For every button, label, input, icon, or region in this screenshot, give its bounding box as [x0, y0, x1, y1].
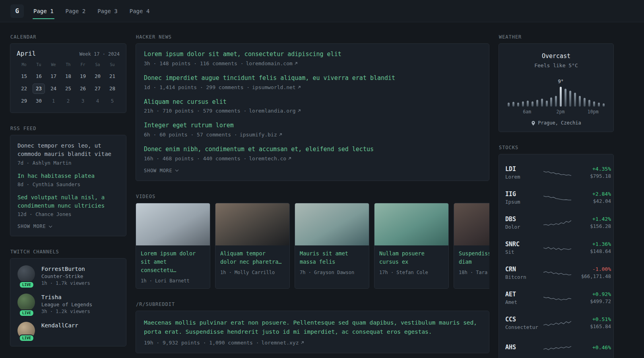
- hn-source-text: ipsumworld.net: [252, 84, 296, 90]
- hn-item: Donec imperdiet augue tincidunt felis al…: [144, 74, 481, 90]
- twitch-channel-row[interactable]: LIVE ForrestBurton Counter-Strike 1h · 1…: [17, 265, 119, 286]
- stock-values: +0.92% $499.72: [571, 291, 611, 304]
- hn-item-title[interactable]: Aliquam nec cursus elit: [144, 98, 481, 107]
- weather-bar: [541, 99, 543, 107]
- chevron-down-icon: [175, 168, 178, 171]
- stock-values: +0.51% $165.84: [571, 316, 611, 329]
- video-meta: 17h · Stefan Cole: [379, 270, 444, 275]
- right-column: WEATHER Overcast Feels like 5°C 9° 6am 2…: [499, 34, 614, 358]
- twitch-channel-info: ForrestBurton Counter-Strike 1h · 1.7k v…: [41, 265, 90, 286]
- rss-item-title[interactable]: Sed volutpat nulla nisl, a condimentum n…: [17, 193, 119, 210]
- video-card-body: Suspendisse diam 18h · Tara: [454, 245, 489, 280]
- video-thumbnail: [374, 203, 448, 245]
- tab-page-1[interactable]: Page 1: [33, 0, 54, 22]
- twitch-channel-row[interactable]: LIVE Trisha League of Legends 3h · 1.2k …: [17, 294, 119, 314]
- left-column: CALENDAR April Week 17 · 2024 MoTuWeThFr…: [10, 34, 126, 346]
- subreddit-widget: /R/SUBREDDIT Maecenas mollis pulvinar er…: [136, 302, 489, 354]
- hn-meta-text: 21h · 710 points · 579 comments ·: [144, 108, 246, 114]
- video-card-body: Nullam posuere cursus ex 17h · Stefan Co…: [374, 245, 448, 280]
- stock-values: +2.84% $42.04: [571, 191, 611, 204]
- stock-ticker: LDI: [505, 165, 543, 173]
- weather-bar: [598, 103, 600, 107]
- stock-info: SNRC Sit: [505, 241, 543, 255]
- hn-source-link[interactable]: loremdomain.com: [246, 60, 297, 66]
- hn-meta-text: 16h · 468 points · 440 comments ·: [144, 156, 246, 161]
- stock-info: LDI Lorem: [505, 165, 543, 180]
- hn-source-link[interactable]: ipsumworld.net: [252, 84, 301, 90]
- calendar-day-header: Fr: [76, 61, 90, 69]
- video-title: Aliquam tempor dolor nec pharetra…: [220, 249, 285, 266]
- stock-sparkline: [543, 343, 571, 353]
- video-card[interactable]: Suspendisse diam 18h · Tara: [454, 203, 489, 289]
- hn-item-title[interactable]: Integer eget rutrum lorem: [144, 121, 481, 130]
- twitch-channel-game: Counter-Strike: [41, 273, 90, 279]
- avatar-wrap: LIVE: [17, 322, 36, 339]
- app-logo[interactable]: G: [10, 4, 24, 18]
- tab-page-2[interactable]: Page 2: [65, 0, 87, 22]
- rss-item-meta: 8d · Cynthia Saunders: [17, 181, 119, 187]
- stock-values: +0.46%: [571, 344, 611, 352]
- map-pin-icon: [531, 121, 535, 126]
- hn-source-link[interactable]: loremlandia.org: [249, 108, 301, 114]
- calendar-day: 4: [91, 96, 104, 106]
- tab-page-3[interactable]: Page 3: [97, 0, 118, 22]
- twitch-channel-row[interactable]: LIVE KendallCarr: [17, 322, 119, 339]
- stock-sparkline: [543, 268, 571, 278]
- calendar-day: 1: [47, 96, 60, 106]
- tab-page-4[interactable]: Page 4: [129, 0, 151, 22]
- stock-sparkline: [543, 243, 571, 253]
- section-title-subreddit: /R/SUBREDDIT: [136, 302, 489, 307]
- stock-sparkline: [543, 293, 571, 303]
- hn-source-link[interactable]: ipsumify.biz: [240, 132, 282, 138]
- video-thumbnail: [454, 203, 489, 245]
- section-title-rss: RSS FEED: [10, 126, 126, 131]
- video-card[interactable]: Lorem ipsum dolor sit amet consectetu… 1…: [136, 203, 210, 289]
- stock-info: AHS: [505, 344, 543, 352]
- video-card[interactable]: Mauris sit amet massa felis 7h · Grayson…: [295, 203, 369, 289]
- hn-meta-text: 6h · 60 points · 57 comments ·: [144, 132, 237, 138]
- video-title: Lorem ipsum dolor sit amet consectetu…: [141, 249, 205, 274]
- twitch-widget: TWITCH CHANNELS LIVE ForrestBurton Count…: [10, 249, 126, 346]
- stock-ticker: SNRC: [505, 241, 543, 248]
- video-card[interactable]: Aliquam tempor dolor nec pharetra… 1h · …: [215, 203, 290, 289]
- middle-column: HACKER NEWS Lorem ipsum dolor sit amet, …: [136, 34, 489, 353]
- hn-item-title[interactable]: Lorem ipsum dolor sit amet, consectetur …: [144, 50, 481, 59]
- stock-price: $156.28: [571, 223, 611, 229]
- hn-item: Lorem ipsum dolor sit amet, consectetur …: [144, 50, 481, 66]
- video-title: Nullam posuere cursus ex: [379, 249, 444, 266]
- stock-values: +4.35% $795.18: [571, 166, 611, 179]
- hackernews-card: Lorem ipsum dolor sit amet, consectetur …: [136, 43, 489, 181]
- calendar-day: 29: [18, 96, 30, 106]
- hn-item-meta: 16h · 468 points · 440 comments · loremt…: [144, 156, 481, 161]
- video-card[interactable]: Nullam posuere cursus ex 17h · Stefan Co…: [374, 203, 449, 289]
- rss-item-title[interactable]: In hac habitasse platea: [17, 172, 119, 180]
- section-title-weather: WEATHER: [499, 34, 614, 40]
- weather-widget: WEATHER Overcast Feels like 5°C 9° 6am 2…: [499, 34, 614, 132]
- stock-info: AET Amet: [505, 291, 543, 305]
- video-card-body: Mauris sit amet massa felis 7h · Grayson…: [295, 245, 369, 280]
- rss-show-more-button[interactable]: SHOW MORE: [17, 224, 52, 229]
- rss-item-meta: 7d · Ashlyn Martin: [17, 160, 119, 166]
- subreddit-source-link[interactable]: loremnet.xyz: [262, 340, 304, 346]
- rss-item-title[interactable]: Donec tempor eros leo, ut commodo mauris…: [17, 142, 119, 159]
- calendar-day: 25: [62, 84, 74, 94]
- hn-source-link[interactable]: loremtech.co: [249, 156, 291, 161]
- stock-change: +0.51%: [571, 316, 611, 322]
- twitch-channel-info: KendallCarr: [41, 322, 78, 339]
- stock-sparkline: [543, 318, 571, 328]
- weather-bar: [574, 93, 576, 107]
- section-title-hackernews: HACKER NEWS: [136, 34, 489, 40]
- hn-show-more-button[interactable]: SHOW MORE: [144, 168, 178, 173]
- stock-info: DBS Dolor: [505, 216, 543, 230]
- show-more-label: SHOW MORE: [17, 224, 46, 229]
- hackernews-widget: HACKER NEWS Lorem ipsum dolor sit amet, …: [136, 34, 489, 181]
- hn-item-title[interactable]: Donec imperdiet augue tincidunt felis al…: [144, 74, 481, 83]
- subreddit-post-title[interactable]: Maecenas mollis pulvinar erat non posuer…: [144, 318, 481, 337]
- video-thumbnail: [215, 203, 289, 245]
- section-title-stocks: STOCKS: [499, 145, 614, 150]
- hn-item-title[interactable]: Donec enim nibh, condimentum et accumsan…: [144, 145, 481, 154]
- twitch-channel-info: Trisha League of Legends 3h · 1.2k viewe…: [41, 294, 92, 314]
- stock-ticker: IIG: [505, 191, 543, 198]
- hn-source-text: ipsumify.biz: [240, 132, 277, 138]
- calendar-day-header: Sa: [90, 61, 105, 69]
